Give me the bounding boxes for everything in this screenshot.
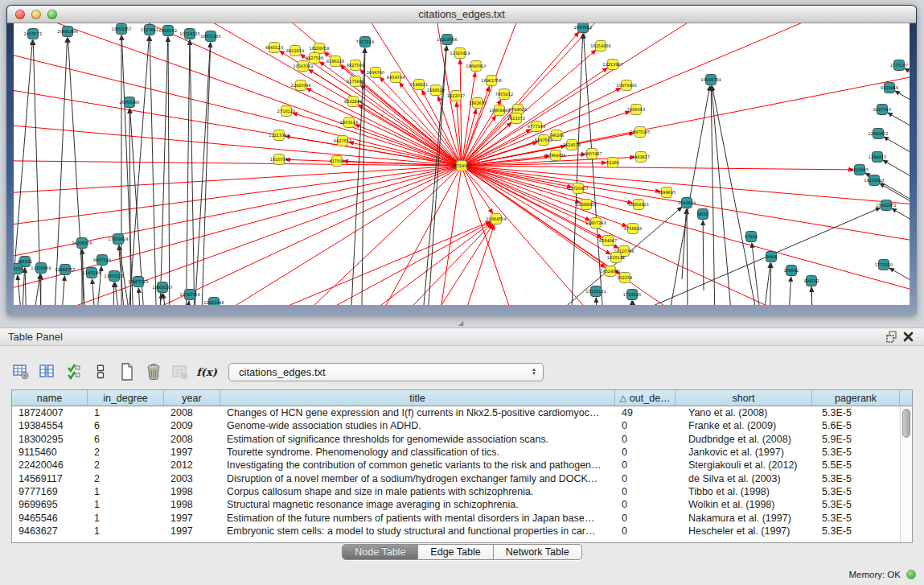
graph-node-label: 7955812 [495, 92, 513, 97]
column-header-name[interactable]: name [12, 390, 88, 406]
show-columns-icon[interactable] [38, 362, 57, 381]
citation-edge-black [811, 287, 814, 305]
table-row[interactable]: 1456911722003Disruption of a novel membe… [12, 472, 900, 484]
graph-node-label: 12213343 [269, 133, 289, 138]
tab-edge-table[interactable]: Edge Table [418, 544, 493, 560]
table-cell: 5.3E-5 [812, 525, 900, 538]
graph-node-label: 1770350 [875, 262, 893, 267]
table-row[interactable]: 2242004622012Investigating the contribut… [12, 459, 900, 472]
citation-edge-black [703, 220, 704, 290]
graph-node-label: 10719135 [179, 31, 199, 36]
table-cell: Yano et al. (2008) [676, 406, 812, 419]
citation-edge-red [311, 223, 491, 305]
citation-edge-black [25, 268, 27, 305]
scrollbar-thumb[interactable] [902, 409, 910, 438]
table-mode-icon[interactable] [11, 362, 31, 381]
graph-node-label: 9938 [698, 212, 708, 216]
column-header-label: name [37, 393, 62, 404]
row-selection-icon[interactable] [64, 362, 84, 381]
column-header-label: year [182, 393, 201, 404]
rows-icon[interactable] [91, 362, 110, 381]
graph-node-label: 485051 [17, 259, 32, 264]
graph-node-label: 18724007 [451, 163, 471, 168]
citation-network-graph[interactable]: 2405572206914061065325715276026466162107… [14, 23, 910, 305]
float-panel-icon[interactable] [884, 330, 900, 344]
tab-network-table[interactable]: Network Table [494, 544, 582, 560]
network-window-titlebar[interactable]: citations_edges.txt [7, 6, 916, 23]
table-cell: 2008 [164, 433, 220, 446]
graph-node-label: 12975185 [630, 130, 650, 134]
split-divider-handle[interactable]: ◢ [458, 320, 466, 327]
column-header-pagerank[interactable]: pagerank [812, 390, 900, 406]
graph-node-label: 9227343 [873, 107, 891, 112]
table-panel: Table Panel f(x)citations_edges.txt▲▼ na… [0, 328, 924, 585]
function-builder-icon[interactable]: f(x) [197, 362, 216, 381]
table-cell: 0 [615, 498, 676, 511]
graph-node-label: 1621072 [507, 116, 525, 121]
create-column-icon[interactable] [117, 362, 137, 381]
table-cell: 2 [88, 459, 164, 472]
graph-node-label: 252254 [617, 275, 632, 280]
table-cell: 5.3E-5 [812, 472, 900, 484]
table-row[interactable]: 969969511998Structural magnetic resonanc… [12, 498, 900, 511]
table-cell: 5.6E-5 [812, 419, 900, 432]
graph-node-label: 9242848 [344, 99, 362, 104]
graph-node-label: 8912954 [286, 48, 304, 53]
graph-node-label: 1575107 [890, 63, 908, 68]
graph-node-label: 10973493 [616, 83, 636, 88]
graph-node-label: 2087682 [574, 25, 592, 30]
table-row[interactable]: 946362711997Embryonic stem cells: a mode… [12, 525, 900, 538]
vertical-scrollbar[interactable] [900, 406, 912, 542]
column-header-short[interactable]: short [676, 390, 812, 406]
table-cell: Embryonic stem cells: a model to study s… [220, 525, 615, 538]
table-cell: 1997 [164, 446, 220, 459]
column-header-out_de[interactable]: △out_de… [615, 390, 676, 406]
tab-node-table[interactable]: Node Table [342, 544, 418, 560]
citation-edge-black [129, 109, 131, 305]
graph-node-label: 9584067 [599, 238, 617, 243]
table-row[interactable]: 1830029562008Estimation of significance … [12, 433, 900, 446]
table-cell: 1 [88, 525, 164, 538]
citation-edge-black [92, 279, 97, 305]
graph-node-label: 17359924 [108, 237, 128, 241]
citation-edge-red [158, 23, 462, 166]
citation-edge-black [125, 36, 149, 305]
table-row[interactable]: 911546021997Tourette syndrome. Phenomeno… [12, 446, 900, 459]
memory-status-label: Memory: OK [848, 570, 901, 579]
column-header-label: in_degree [103, 393, 148, 404]
citation-edge-black [190, 40, 195, 305]
delete-column-icon[interactable] [144, 362, 163, 381]
table-cell: 2 [88, 472, 164, 484]
graph-node-label: 8427552 [334, 138, 351, 143]
graph-node-label: 18640910 [466, 64, 486, 68]
graph-node-label: 10688609 [576, 202, 596, 207]
table-row[interactable]: 1872400712008Changes of HCN gene express… [12, 406, 900, 419]
citation-edge-black [191, 43, 211, 305]
column-header-title[interactable]: title [220, 390, 615, 406]
table-row[interactable]: 946554611997Estimation of the future num… [12, 511, 900, 524]
column-header-year[interactable]: year [164, 390, 220, 406]
table-row[interactable]: 1938455462009Genome-wide association stu… [12, 419, 900, 432]
graph-node-label: 19958187 [152, 285, 172, 290]
column-header-in_degree[interactable]: in_degree [88, 390, 164, 406]
graph-node-label: 1362635 [469, 101, 487, 105]
column-header-label: short [733, 393, 755, 404]
table-body: 1872400712008Changes of HCN gene express… [12, 406, 900, 542]
table-cell: Disruption of a novel member of a sodium… [220, 472, 615, 484]
table-cell: 5.9E-5 [812, 433, 900, 446]
graph-node-label: 20206576 [72, 241, 92, 245]
table-row[interactable]: 977716911998Corpus callosum shape and si… [12, 485, 900, 498]
table-cell: 2012 [164, 459, 220, 472]
table-cell: Tourette syndrome. Phenomenology and cla… [220, 446, 615, 459]
table-cell: Wolkin et al. (1998) [676, 498, 812, 511]
citation-edge-black [633, 301, 640, 305]
citation-edge-red [462, 166, 818, 305]
citation-edge-red [223, 221, 491, 305]
table-cell: Structural magnetic resonance image aver… [220, 498, 615, 511]
close-panel-icon[interactable] [900, 330, 916, 344]
graph-node-label: 12923446 [203, 300, 224, 305]
table-select-dropdown[interactable]: citations_edges.txt▲▼ [228, 363, 544, 381]
table-cell: 2009 [164, 419, 220, 432]
network-canvas[interactable]: 2405572206914061065325715276026466162107… [14, 23, 910, 305]
graph-node-label: 10653257 [111, 27, 131, 31]
